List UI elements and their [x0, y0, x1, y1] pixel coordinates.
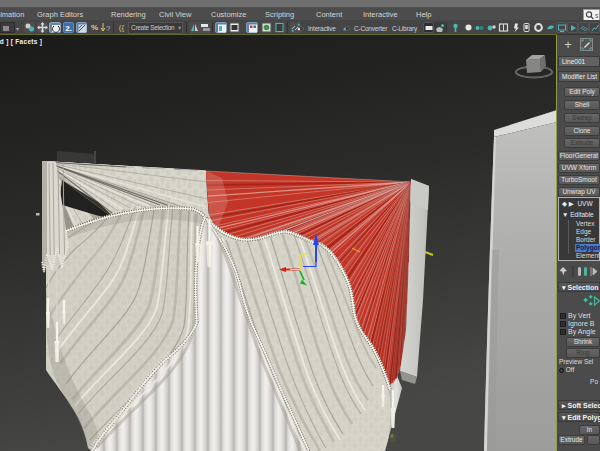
svg-text:?: ? [106, 24, 111, 33]
svg-text:s: s [595, 12, 599, 19]
